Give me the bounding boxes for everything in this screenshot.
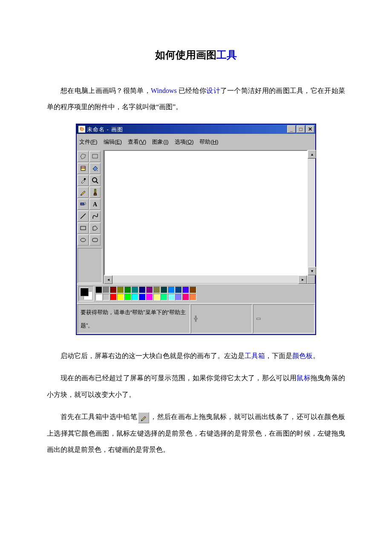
- color-swatch[interactable]: [132, 286, 138, 293]
- color-swatch[interactable]: [124, 286, 131, 293]
- title-text: 如何使用画图: [155, 49, 216, 61]
- color-swatch[interactable]: [95, 286, 102, 293]
- color-swatch[interactable]: [153, 286, 160, 293]
- color-swatch[interactable]: [153, 294, 160, 301]
- color-swatch[interactable]: [139, 294, 146, 301]
- link-windows[interactable]: Windows: [151, 87, 177, 94]
- color-swatch[interactable]: [95, 294, 102, 301]
- tool-pencil[interactable]: [78, 187, 89, 198]
- tool-picker[interactable]: [78, 175, 89, 186]
- maximize-button[interactable]: □: [297, 125, 305, 133]
- color-swatch[interactable]: [146, 294, 153, 301]
- cursor-pos-icon: ╬: [194, 312, 198, 325]
- color-swatch[interactable]: [175, 294, 182, 301]
- status-size: ▭: [253, 304, 314, 333]
- canvas[interactable]: [104, 150, 308, 275]
- color-swatch[interactable]: [117, 294, 124, 301]
- color-swatch[interactable]: [132, 294, 138, 301]
- menu-image[interactable]: 图象(I): [152, 135, 168, 148]
- scroll-down-icon[interactable]: ▾: [308, 267, 316, 275]
- color-swatch[interactable]: [168, 286, 175, 293]
- tool-free-select[interactable]: [78, 151, 89, 162]
- tool-eraser[interactable]: [78, 163, 89, 174]
- svg-rect-2: [81, 168, 85, 171]
- toolbox: A: [77, 150, 104, 284]
- tool-options: [78, 248, 102, 283]
- svg-line-13: [81, 214, 86, 219]
- paragraph-2: 启动它后，屏幕右边的这一大块白色就是你的画布了。左边是工具箱，下面是颜色板。: [47, 348, 345, 364]
- svg-marker-0: [81, 154, 86, 159]
- paint-screenshot: 🎨 未命名 - 画图 _ □ ✕ 文件(F) 编辑(E) 查看(V) 图象(I)…: [47, 124, 345, 335]
- scroll-left-icon[interactable]: ◂: [104, 275, 112, 284]
- menubar: 文件(F) 编辑(E) 查看(V) 图象(I) 选项(O) 帮助(H): [77, 134, 315, 150]
- color-swatch[interactable]: [110, 294, 117, 301]
- color-swatch[interactable]: [175, 286, 182, 293]
- color-swatch[interactable]: [182, 294, 189, 301]
- menu-options[interactable]: 选项(O): [175, 135, 194, 148]
- foreground-color-swatch[interactable]: [80, 288, 89, 296]
- color-swatch[interactable]: [103, 294, 110, 301]
- menu-file[interactable]: 文件(F): [79, 135, 98, 148]
- tool-polygon[interactable]: [89, 223, 101, 234]
- tool-ellipse[interactable]: [78, 234, 89, 246]
- svg-text:A: A: [93, 201, 98, 208]
- tool-fill[interactable]: [89, 163, 101, 174]
- scroll-right-icon[interactable]: ▸: [298, 275, 307, 284]
- minimize-button[interactable]: _: [287, 125, 296, 133]
- close-button[interactable]: ✕: [306, 125, 314, 133]
- paragraph-4: 首先在工具箱中选中铅笔，然后在画布上拖曳鼠标，就可以画出线条了，还可以在颜色板上…: [47, 409, 345, 458]
- window-title: 未命名 - 画图: [87, 123, 123, 136]
- link-mouse[interactable]: 鼠标: [297, 374, 311, 382]
- title-link[interactable]: 工具: [216, 49, 237, 61]
- link-toolbox[interactable]: 工具箱: [245, 352, 265, 359]
- menu-edit[interactable]: 编辑(E): [104, 135, 122, 148]
- svg-rect-14: [81, 226, 86, 230]
- tool-curve[interactable]: [89, 211, 101, 222]
- color-swatch[interactable]: [182, 286, 189, 293]
- tool-brush[interactable]: [89, 187, 101, 198]
- svg-rect-4: [84, 178, 86, 180]
- color-swatch[interactable]: [168, 294, 175, 301]
- svg-rect-8: [81, 203, 84, 205]
- tool-magnifier[interactable]: [89, 175, 101, 186]
- color-swatch[interactable]: [117, 286, 124, 293]
- menu-help[interactable]: 帮助(H): [199, 135, 218, 148]
- svg-rect-7: [95, 189, 96, 193]
- tool-line[interactable]: [78, 211, 89, 222]
- svg-rect-3: [81, 166, 85, 168]
- paragraph-1: 想在电脑上画画吗？很简单，Windows 已经给你设计了一个简洁好用的画图工具，…: [47, 83, 345, 116]
- color-swatch[interactable]: [110, 286, 117, 293]
- app-icon: 🎨: [78, 126, 85, 133]
- scroll-up-icon[interactable]: ▴: [308, 150, 316, 159]
- tool-rect-select[interactable]: [89, 151, 101, 162]
- color-swatch[interactable]: [161, 294, 167, 301]
- page-title: 如何使用画图工具: [47, 43, 345, 67]
- status-text: 要获得帮助，请单击“帮助”菜单下的“帮助主题”。: [78, 304, 190, 333]
- current-colors[interactable]: [78, 286, 94, 301]
- link-design[interactable]: 设计: [206, 87, 220, 94]
- color-swatch[interactable]: [139, 286, 146, 293]
- svg-marker-15: [93, 226, 98, 230]
- svg-point-9: [85, 202, 86, 203]
- menu-view[interactable]: 查看(V): [128, 135, 146, 148]
- paragraph-3: 现在的画布已经超过了屏幕的可显示范围，如果你觉得它太大了，那么可以用鼠标拖曳角落…: [47, 370, 345, 403]
- color-swatch[interactable]: [146, 286, 153, 293]
- color-swatch[interactable]: [103, 286, 110, 293]
- vertical-scrollbar[interactable]: ▴ ▾: [308, 150, 315, 275]
- tool-rounded-rect[interactable]: [89, 234, 101, 246]
- color-swatch[interactable]: [190, 286, 196, 293]
- svg-point-16: [81, 238, 86, 242]
- color-swatch[interactable]: [161, 286, 167, 293]
- color-palette-row: [77, 284, 315, 303]
- scroll-corner: [307, 275, 315, 284]
- statusbar: 要获得帮助，请单击“帮助”菜单下的“帮助主题”。 ╬ ▭: [77, 303, 315, 334]
- tool-text[interactable]: A: [89, 199, 101, 210]
- tool-airbrush[interactable]: [78, 199, 89, 210]
- horizontal-scrollbar[interactable]: ◂ ▸: [104, 275, 307, 283]
- inline-pencil-icon: [138, 412, 149, 423]
- color-swatch[interactable]: [124, 294, 131, 301]
- color-swatch[interactable]: [190, 294, 196, 301]
- tool-rectangle[interactable]: [78, 223, 89, 234]
- link-palette[interactable]: 颜色板: [292, 352, 313, 359]
- paint-window: 🎨 未命名 - 画图 _ □ ✕ 文件(F) 编辑(E) 查看(V) 图象(I)…: [76, 124, 316, 335]
